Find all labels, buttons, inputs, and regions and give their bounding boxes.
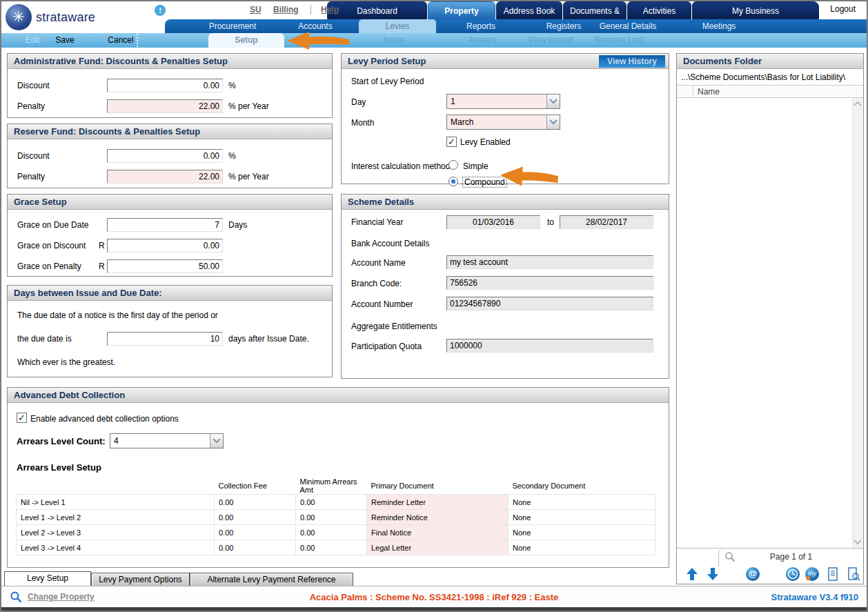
collection-fee-cell[interactable]: 0.00	[215, 510, 296, 525]
app-version-text: Strataware V3.4 f910	[771, 592, 858, 602]
collection-fee-cell[interactable]: 0.00	[215, 495, 296, 510]
tab-setup[interactable]: Setup	[208, 33, 284, 48]
grace-discount-label: Grace on Discount	[17, 241, 86, 250]
enable-debt-collection-label: Enable advanced debt collection options	[30, 414, 179, 424]
day-select-button[interactable]	[546, 95, 560, 108]
info-icon[interactable]: !	[155, 5, 166, 16]
levy-enabled-checkbox[interactable]: ✓	[446, 137, 457, 147]
table-row: Level 2 -> Level 3 0.00 0.00 Final Notic…	[17, 525, 655, 540]
primary-doc-cell[interactable]: Legal Letter	[367, 540, 509, 555]
grace-penalty-currency: R	[99, 261, 105, 271]
day-label: Day	[351, 97, 366, 107]
days-after-issue-input[interactable]: 10	[107, 332, 223, 346]
secondary-doc-cell[interactable]: None	[509, 510, 655, 525]
billing-link[interactable]: Billing	[273, 5, 299, 14]
scroll-down-icon[interactable]	[854, 540, 862, 545]
view-history-button[interactable]: View History	[599, 55, 665, 68]
bottom-tab-bar: Levy Setup Levy Payment Options Alternat…	[1, 573, 867, 586]
arrears-level-count-value: 4	[114, 436, 119, 446]
admin-penalty-label: Penalty	[17, 101, 45, 111]
col-header-primary-doc: Primary Document	[367, 477, 509, 495]
min-arrears-cell[interactable]: 0.00	[296, 510, 367, 525]
view-issued-button: View Issued	[520, 33, 581, 48]
primary-doc-cell[interactable]: Reminder Letter	[367, 495, 509, 510]
primary-doc-cell[interactable]: Reminder Notice	[367, 510, 509, 525]
tab-levy-setup[interactable]: Levy Setup	[4, 571, 91, 586]
arrears-level-count-select[interactable]: 4	[110, 433, 224, 448]
arrears-level-setup-label: Arrears Level Setup	[17, 462, 101, 473]
subtab-reports[interactable]: Reports	[443, 19, 519, 33]
name-column-header[interactable]: Name	[698, 87, 720, 97]
days-between-panel: Days between Issue and Due Date: The due…	[7, 285, 333, 377]
scroll-up-icon[interactable]	[854, 101, 862, 106]
tab-alternate-levy-payment[interactable]: Alternate Levy Payment Reference	[190, 573, 353, 586]
admin-discount-input[interactable]: 0.00	[107, 79, 223, 92]
reserve-penalty-input[interactable]: 22.00	[107, 170, 223, 184]
month-select[interactable]: March	[446, 115, 560, 130]
financial-year-to-label: to	[547, 217, 554, 227]
subtab-meetings[interactable]: Meetings	[681, 19, 757, 33]
min-arrears-cell[interactable]: 0.00	[296, 525, 367, 540]
month-select-value: March	[451, 117, 473, 127]
financial-year-to-field: 28/02/2017	[560, 215, 653, 229]
level-cell: Nil -> Level 1	[17, 495, 215, 510]
reserve-discount-label: Discount	[17, 151, 50, 161]
account-name-field: my test account	[446, 255, 653, 269]
logout-button[interactable]: Logout	[825, 3, 861, 15]
subtab-general-details[interactable]: General Details	[590, 19, 666, 33]
save-button[interactable]: Save	[50, 33, 80, 48]
reserve-fund-panel: Reserve Fund: Discounts & Penalties Setu…	[7, 124, 333, 188]
admin-penalty-input[interactable]: 22.00	[107, 99, 223, 113]
documents-search-tab[interactable]: Page 1 of 1	[718, 549, 863, 566]
collection-fee-cell[interactable]: 0.00	[215, 525, 296, 540]
reserve-penalty-label: Penalty	[17, 172, 45, 181]
simple-radio-label[interactable]: Simple	[463, 161, 489, 171]
grace-setup-panel: Grace Setup Grace on Due Date 7 Days Gra…	[7, 194, 333, 277]
secondary-doc-cell[interactable]: None	[509, 525, 655, 540]
tab-levy-payment-options[interactable]: Levy Payment Options	[91, 573, 190, 586]
tab-activities[interactable]: Activities	[627, 1, 691, 19]
secondary-doc-cell[interactable]: None	[509, 540, 655, 555]
arrears-level-count-button[interactable]	[210, 434, 223, 448]
advanced-debt-panel: Advanced Debt Collection ✓ Enable advanc…	[7, 387, 669, 568]
secondary-doc-cell[interactable]: None	[509, 495, 655, 510]
documents-scrollbar[interactable]	[852, 98, 862, 548]
subtab-levies[interactable]: Levies	[359, 19, 436, 33]
documents-list[interactable]	[677, 98, 863, 548]
admin-fund-title: Administrative Fund: Discounts & Penalti…	[8, 54, 332, 69]
level-cell: Level 1 -> Level 2	[17, 510, 215, 525]
levy-enabled-label: Levy Enabled	[460, 137, 511, 147]
interest-method-label: Interest calculation method	[351, 161, 450, 171]
simple-radio[interactable]	[448, 160, 458, 170]
account-number-field: 01234567890	[446, 297, 653, 310]
min-arrears-cell[interactable]: 0.00	[296, 540, 367, 555]
window-bottom-frame	[1, 607, 867, 612]
app-logo: ✳ strataware	[6, 3, 95, 31]
compound-radio[interactable]	[448, 177, 458, 186]
primary-doc-cell[interactable]: Final Notice	[367, 525, 509, 540]
tab-my-business[interactable]: My Business	[692, 1, 819, 19]
enable-debt-collection-checkbox[interactable]: ✓	[17, 413, 27, 423]
participation-quota-label: Participation Quota	[351, 342, 422, 351]
subtab-procurement[interactable]: Procurement	[195, 19, 270, 33]
grace-discount-input[interactable]: 0.00	[107, 239, 223, 253]
days-between-line1: The due date of a notice is the first da…	[17, 310, 218, 320]
bank-details-label: Bank Account Details	[351, 239, 429, 248]
cancel-button[interactable]: Cancel	[101, 33, 140, 48]
su-link[interactable]: SU	[250, 5, 262, 14]
account-name-label: Account Name	[351, 258, 406, 268]
issue-button: Issue	[374, 33, 413, 48]
levy-period-title: Levy Period Setup View History	[342, 54, 669, 69]
min-arrears-cell[interactable]: 0.00	[296, 495, 367, 510]
grace-penalty-input[interactable]: 50.00	[107, 259, 223, 273]
collection-fee-cell[interactable]: 0.00	[215, 540, 296, 555]
tab-documents-files[interactable]: Documents & Files	[563, 1, 627, 19]
help-link[interactable]: Help	[321, 5, 339, 14]
reserve-discount-input[interactable]: 0.00	[107, 149, 223, 163]
tab-address-book[interactable]: Address Book	[496, 1, 562, 19]
sub-nav-bar: Procurement Accounts Levies Reports Regi…	[1, 19, 867, 33]
grace-due-input[interactable]: 7	[107, 218, 223, 232]
month-select-button[interactable]	[546, 115, 560, 129]
day-select[interactable]: 1	[446, 94, 560, 109]
tab-property[interactable]: Property	[428, 1, 495, 19]
